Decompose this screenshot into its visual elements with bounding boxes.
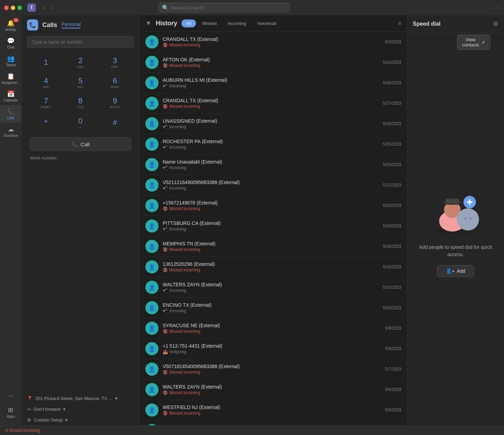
call-list-item[interactable]: 👤 ROCHESTER PA (External) 📲 Incoming 5/2…	[140, 134, 407, 155]
tab-voicemail[interactable]: Voicemail	[252, 19, 281, 27]
name-number-input[interactable]	[27, 36, 134, 48]
dial-key-8[interactable]: 8 TUV	[64, 94, 96, 112]
tab-all[interactable]: All	[181, 19, 196, 27]
sidebar-item-calendar[interactable]: 📅 Calendar	[0, 87, 22, 105]
call-type-icon: 📵	[163, 43, 168, 47]
setup-row[interactable]: ⚙ Custom Setup ▾	[22, 415, 139, 425]
view-contacts-button[interactable]: View contacts ↗	[457, 35, 490, 50]
sidebar-item-onedrive[interactable]: ☁ OneDrive	[0, 123, 22, 140]
dial-key-4[interactable]: 4 GHI	[30, 73, 62, 92]
dial-key-7[interactable]: 7 PQRS	[30, 94, 62, 112]
call-list-item[interactable]: 👤 CRANDALL TX (External) 📵 Missed incomi…	[140, 32, 407, 52]
call-type-icon: 📵	[163, 370, 168, 375]
call-type-icon: 📵	[163, 390, 168, 395]
search-bar[interactable]: 🔍	[158, 3, 290, 12]
call-list-item[interactable]: 👤 +1 512-751-4431 (External) 📤 Outgoing …	[140, 339, 407, 359]
sidebar-item-activity[interactable]: 1 🔔 Activity	[0, 17, 22, 34]
maximize-button[interactable]	[17, 6, 22, 10]
call-list-item[interactable]: 👤 PITTSBURG CA (External) 📲 Incoming 5/1…	[140, 216, 407, 236]
forward-row[interactable]: ↪ Don't forward ▾	[22, 404, 139, 415]
work-number-label: Work number:	[22, 154, 139, 163]
call-list-item[interactable]: 👤 WALTERS ZAYN (External) 📲 Incoming 5/1…	[140, 277, 407, 298]
svg-rect-4	[445, 199, 459, 203]
search-icon: 🔍	[162, 5, 169, 11]
call-list-item[interactable]: 👤 VANDEWALLE JENN (External) 📵 Missed in…	[140, 420, 407, 425]
call-status-text: Missed incoming	[169, 247, 200, 252]
minimize-button[interactable]	[11, 6, 15, 10]
sidebar-item-calls[interactable]: 📞 Calls	[0, 105, 22, 123]
call-list-item[interactable]: 👤 UNASSIGNED (External) 📲 Incoming 5/26/…	[140, 114, 407, 134]
call-list-item[interactable]: 👤 AFTON OK (External) 📵 Missed incoming …	[140, 52, 407, 73]
call-name: PITTSBURG CA (External)	[163, 220, 379, 226]
call-status-text: Incoming	[169, 124, 186, 129]
call-date: 5/25/2023	[383, 142, 401, 147]
app-body: 1 🔔 Activity 💬 Chat 👥 Teams 📋 Assignme..…	[0, 15, 504, 425]
sort-icon[interactable]: ≡	[398, 20, 401, 27]
svg-point-7	[469, 218, 471, 220]
close-button[interactable]	[4, 6, 9, 10]
call-list-item[interactable]: 👤 V5211216490095683388 (External) 📲 Inco…	[140, 175, 407, 195]
tab-missed[interactable]: Missed	[197, 19, 221, 27]
call-list-item[interactable]: 👤 13612520296 (External) 📵 Missed incomi…	[140, 257, 407, 277]
back-button[interactable]: ‹	[41, 4, 47, 11]
call-info: ENCINO TX (External) 📲 Incoming	[163, 302, 379, 313]
call-info: V5211216490095683388 (External) 📲 Incomi…	[163, 180, 379, 191]
call-date: 5/9/2023	[385, 326, 401, 331]
call-date: 5/19/2023	[383, 224, 401, 228]
dial-key-1[interactable]: 1	[30, 53, 62, 71]
call-list-item[interactable]: 👤 Name Unavailabl (External) 📲 Incoming …	[140, 155, 407, 175]
dial-key-9[interactable]: 9 WXYZ	[99, 94, 131, 112]
avatar: 👤	[145, 403, 159, 417]
call-info: V5071824540095683388 (External) 📵 Missed…	[163, 364, 381, 375]
call-date: 5/21/2023	[383, 183, 401, 188]
more-apps-icon: ···	[8, 392, 13, 399]
tab-incoming[interactable]: Incoming	[223, 19, 251, 27]
dial-key-2[interactable]: 2 ABC	[64, 53, 96, 71]
call-list-item[interactable]: 👤 CRANDALL TX (External) 📵 Missed incomi…	[140, 93, 407, 114]
search-input[interactable]	[171, 5, 286, 10]
dial-key-0[interactable]: 0 +	[64, 114, 96, 132]
setup-icon: ⚙	[27, 417, 31, 423]
panel-area: 📞 Calls Personal 1 2 ABC 3 DEF	[22, 15, 504, 425]
sidebar-item-apps[interactable]: ⊞ Apps	[6, 403, 16, 421]
filter-button[interactable]: ▼	[145, 20, 152, 27]
dial-key-5[interactable]: 5 JKL	[64, 73, 96, 92]
call-info: CRANDALL TX (External) 📵 Missed incoming	[163, 36, 381, 47]
call-info: UNASSIGNED (External) 📲 Incoming	[163, 118, 379, 129]
sidebar-item-chat[interactable]: 💬 Chat	[0, 34, 22, 52]
dial-key-star[interactable]: *	[30, 114, 62, 132]
add-speed-dial-button[interactable]: 👤+ Add	[437, 265, 474, 277]
call-status-text: Missed incoming	[169, 43, 200, 47]
speed-dial-settings-icon[interactable]: ⚙	[493, 20, 498, 28]
call-list-item[interactable]: 👤 V5071824540095683388 (External) 📵 Miss…	[140, 359, 407, 380]
call-list-item[interactable]: 👤 WALTERS ZAYN (External) 📵 Missed incom…	[140, 380, 407, 400]
call-list-item[interactable]: 👤 MEMPHIS TN (External) 📵 Missed incomin…	[140, 236, 407, 257]
avatar: 👤	[145, 281, 159, 294]
avatar: 👤	[145, 35, 159, 49]
dial-key-6[interactable]: 6 MNO	[99, 73, 131, 92]
call-info: WALTERS ZAYN (External) 📲 Incoming	[163, 282, 379, 293]
call-date: 5/23/2023	[383, 162, 401, 167]
call-list-item[interactable]: 👤 WESTFIELD NJ (External) 📵 Missed incom…	[140, 400, 407, 420]
forward-button[interactable]: ›	[49, 4, 54, 11]
location-chevron-icon: ▾	[115, 396, 118, 401]
call-status: 📲 Incoming	[163, 186, 379, 191]
dial-key-hash[interactable]: #	[99, 114, 131, 132]
teams-icon: 👥	[7, 55, 15, 62]
call-status-text: Incoming	[169, 227, 186, 232]
more-icon[interactable]: ···	[495, 4, 500, 11]
call-list-item[interactable]: 👤 +15672149678 (External) 📵 Missed incom…	[140, 195, 407, 216]
call-list-item[interactable]: 👤 SYRACUSE NE (External) 📵 Missed incomi…	[140, 318, 407, 339]
sidebar-item-teams[interactable]: 👥 Teams	[0, 52, 22, 70]
assignments-icon: 📋	[7, 72, 15, 80]
call-info: CRANDALL TX (External) 📵 Missed incoming	[163, 98, 379, 109]
sidebar-item-assignments[interactable]: 📋 Assignme...	[0, 70, 22, 87]
call-list-item[interactable]: 👤 ENCINO TX (External) 📲 Incoming 5/10/2…	[140, 298, 407, 318]
dial-key-3[interactable]: 3 DEF	[99, 53, 131, 71]
sidebar-item-more[interactable]: ···	[6, 389, 16, 402]
name-input-wrap	[22, 31, 139, 51]
location-row[interactable]: 📍 201 Pickard Street, San Marcos, TX ...…	[22, 393, 139, 404]
call-button[interactable]: 📞 Call	[30, 137, 131, 151]
call-list-item[interactable]: 👤 AUBURN HILLS MI (External) 📲 Incoming …	[140, 73, 407, 93]
tab-personal[interactable]: Personal	[61, 21, 80, 28]
